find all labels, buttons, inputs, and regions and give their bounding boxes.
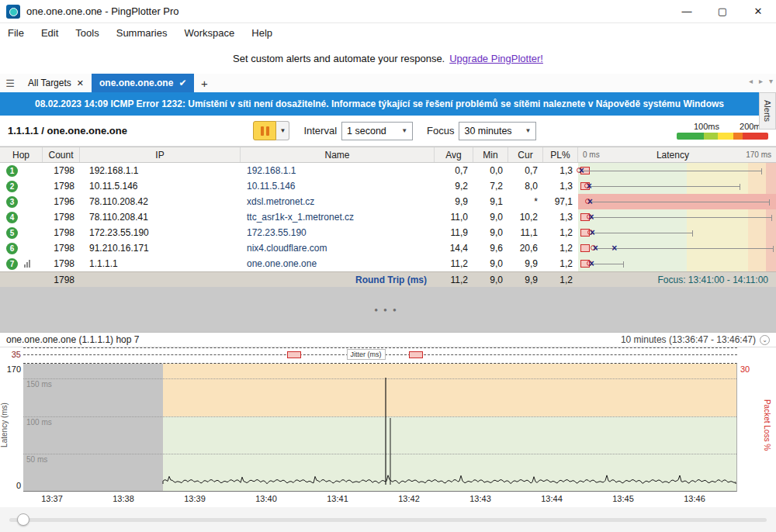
latency-header-label: Latency bbox=[656, 150, 689, 161]
packet-loss-axis-label: Packet Loss % bbox=[763, 399, 771, 451]
maximize-button[interactable]: ▢ bbox=[705, 0, 740, 23]
time-tick: 13:46 bbox=[684, 494, 705, 503]
time-tick: 13:38 bbox=[113, 494, 134, 503]
latency-range-whisker bbox=[591, 264, 624, 264]
focus-range-label: Focus: 13:41:00 - 14:11:00 bbox=[578, 275, 776, 285]
pl-cell: 97,1 bbox=[543, 196, 578, 207]
min-cell: 9,0 bbox=[473, 227, 508, 238]
menu-help[interactable]: Help bbox=[251, 27, 272, 39]
col-cur[interactable]: Cur bbox=[508, 147, 543, 162]
trace-table-body: 1 1798 192.168.1.1 192.168.1.1 0,7 0,0 0… bbox=[0, 163, 776, 271]
close-button[interactable]: ✕ bbox=[740, 0, 776, 23]
targets-menu-icon[interactable]: ☰ bbox=[0, 74, 20, 92]
name-cell: 192.168.1.1 bbox=[241, 165, 435, 176]
pl-cell: 1,3 bbox=[543, 181, 578, 192]
menu-file[interactable]: File bbox=[8, 27, 24, 39]
time-tick: 13:42 bbox=[398, 494, 420, 503]
latency-min-label: 0 bbox=[16, 481, 21, 490]
hop-badge: 2 bbox=[6, 181, 18, 192]
time-scroll-area bbox=[0, 507, 776, 532]
time-scroll-handle[interactable] bbox=[17, 513, 29, 526]
alerts-side-tab-label: Alerts bbox=[763, 100, 772, 122]
avg-marker-icon: × bbox=[587, 195, 593, 209]
focus-select[interactable]: 30 minutes ▼ bbox=[459, 122, 536, 140]
latency-range-whisker bbox=[591, 217, 772, 218]
menu-workspace[interactable]: Workspace bbox=[184, 27, 234, 39]
focus-label: Focus bbox=[427, 125, 454, 136]
latency-plot[interactable]: 150 ms 100 ms 50 ms bbox=[23, 363, 737, 492]
min-cell: 9,1 bbox=[473, 196, 508, 207]
min-cell: 7,2 bbox=[473, 181, 508, 192]
col-min[interactable]: Min bbox=[473, 147, 508, 162]
latency-cell: × bbox=[578, 209, 776, 225]
menu-tools[interactable]: Tools bbox=[75, 27, 99, 39]
count-cell: 1798 bbox=[43, 227, 80, 238]
table-row[interactable]: 5 1798 172.23.55.190 172.23.55.190 11,9 … bbox=[0, 225, 776, 240]
pause-button[interactable] bbox=[253, 121, 276, 140]
chevron-down-icon: ▼ bbox=[525, 127, 532, 134]
col-hop[interactable]: Hop bbox=[0, 147, 43, 162]
table-row[interactable]: 4 1798 78.110.208.41 ttc_asr1k-x_1.metro… bbox=[0, 209, 776, 225]
col-pl[interactable]: PL% bbox=[543, 147, 578, 162]
table-row[interactable]: 7 1798 1.1.1.1 one.one.one.one 11,2 9,0 … bbox=[0, 256, 776, 271]
count-cell: 1796 bbox=[43, 196, 80, 207]
round-trip-row[interactable]: 1798 Round Trip (ms) 11,2 9,0 9,9 1,2 Fo… bbox=[0, 271, 776, 287]
name-cell: 172.23.55.190 bbox=[241, 227, 435, 238]
close-tab-icon[interactable]: ✕ bbox=[77, 78, 84, 88]
table-row[interactable]: 6 1798 91.210.16.171 nix4.cloudflare.com… bbox=[0, 240, 776, 256]
alerts-side-tab[interactable]: Alerts bbox=[759, 92, 776, 130]
menu-edit[interactable]: Edit bbox=[41, 27, 58, 39]
cur-cell: 9,9 bbox=[508, 258, 543, 269]
timegraph-range-select[interactable]: 10 minutes (13:36:47 - 13:46:47) ⌄ bbox=[621, 334, 770, 345]
latency-cell: × bbox=[578, 178, 776, 194]
count-cell: 1798 bbox=[43, 275, 80, 285]
tab-scroll-right-icon[interactable]: ▸ bbox=[759, 77, 763, 85]
latency-cell: × bbox=[578, 256, 776, 271]
col-avg[interactable]: Avg bbox=[435, 147, 473, 162]
tab-all-targets[interactable]: All Targets ✕ bbox=[20, 74, 92, 92]
time-tick: 13:39 bbox=[184, 494, 206, 503]
upgrade-notice: Set custom alerts and automate your resp… bbox=[0, 43, 776, 74]
latency-range-whisker bbox=[592, 233, 693, 233]
latency-range-whisker bbox=[595, 248, 774, 249]
tab-scroll-left-icon[interactable]: ◂ bbox=[749, 77, 753, 85]
name-cell: xdsl.metronet.cz bbox=[241, 196, 435, 207]
latency-cell: ×× bbox=[578, 240, 776, 256]
count-cell: 1798 bbox=[43, 181, 80, 192]
time-scrollbar[interactable] bbox=[9, 518, 767, 522]
tab-one-one-one-one[interactable]: one.one.one.one ✔ bbox=[92, 74, 194, 92]
col-name[interactable]: Name bbox=[241, 147, 435, 162]
splitter-grip-icon[interactable]: ●●● bbox=[374, 306, 402, 313]
chevron-down-icon: ⌄ bbox=[760, 335, 770, 345]
timegraph-header: one.one.one.one (1.1.1.1) hop 7 10 minut… bbox=[0, 332, 776, 347]
col-count[interactable]: Count bbox=[43, 147, 80, 162]
avg-marker-icon: × bbox=[579, 164, 584, 178]
check-icon: ✔ bbox=[178, 78, 186, 88]
tab-list-caret-icon[interactable]: ▾ bbox=[769, 77, 773, 85]
col-ip[interactable]: IP bbox=[80, 147, 241, 162]
jitter-label: Jitter (ms) bbox=[347, 349, 386, 360]
menu-bar: File Edit Tools Summaries Workspace Help bbox=[0, 23, 776, 43]
pause-dropdown-icon[interactable]: ▼ bbox=[276, 121, 289, 140]
pl-cell: 1,3 bbox=[543, 165, 578, 176]
table-row[interactable]: 2 1798 10.11.5.146 10.11.5.146 9,2 7,2 8… bbox=[0, 178, 776, 194]
ip-cell: 1.1.1.1 bbox=[80, 258, 241, 269]
count-cell: 1798 bbox=[43, 165, 80, 176]
table-row[interactable]: 1 1798 192.168.1.1 192.168.1.1 0,7 0,0 0… bbox=[0, 163, 776, 178]
avg-cell: 9,9 bbox=[435, 196, 473, 207]
interval-select[interactable]: 1 second ▼ bbox=[341, 122, 413, 140]
menu-summaries[interactable]: Summaries bbox=[116, 27, 168, 39]
count-cell: 1798 bbox=[43, 243, 80, 254]
hop-badge: 5 bbox=[6, 227, 18, 239]
table-row[interactable]: 3 1796 78.110.208.42 xdsl.metronet.cz 9,… bbox=[0, 194, 776, 209]
add-tab-button[interactable]: + bbox=[194, 74, 214, 92]
hop-badge: 4 bbox=[6, 212, 18, 223]
time-tick: 13:45 bbox=[612, 494, 634, 503]
control-bar: 1.1.1.1 / one.one.one.one ▼ Interval 1 s… bbox=[0, 116, 776, 147]
minimize-button[interactable]: — bbox=[669, 0, 705, 23]
avg-cell: 0,7 bbox=[435, 165, 473, 176]
panel-splitter[interactable]: ●●● bbox=[0, 287, 776, 332]
hop-badge: 7 bbox=[6, 258, 18, 270]
upgrade-link[interactable]: Upgrade PingPlotter! bbox=[449, 53, 543, 64]
col-latency[interactable]: 0 ms Latency 170 ms bbox=[578, 147, 776, 162]
